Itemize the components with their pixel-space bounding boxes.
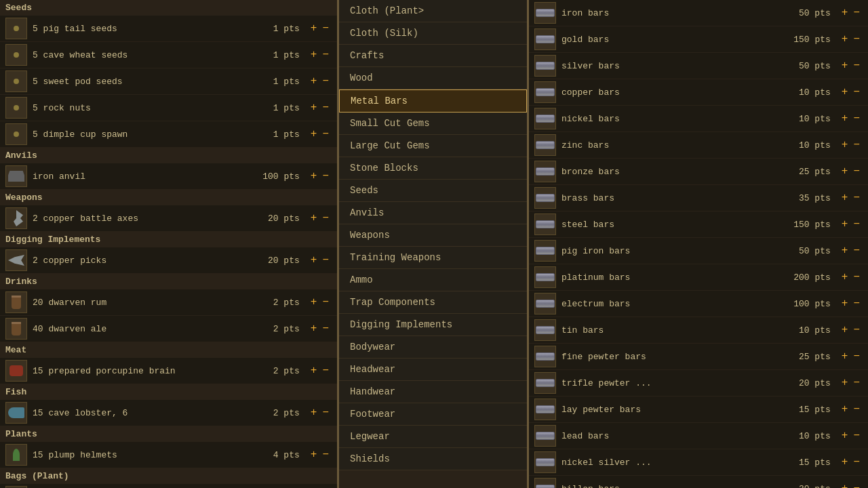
category-item[interactable]: Handwear [339, 381, 527, 403]
add-button[interactable]: + [839, 271, 851, 283]
list-item[interactable]: 5 pig tail bags20 pts+− [0, 484, 337, 488]
table-row[interactable]: iron bars50 pts+− [529, 0, 868, 26]
list-item[interactable]: iron anvil100 pts+− [0, 163, 337, 190]
add-button[interactable]: + [308, 407, 320, 419]
add-button[interactable]: + [839, 483, 851, 488]
remove-button[interactable]: − [850, 60, 863, 72]
add-button[interactable]: + [308, 49, 320, 61]
remove-button[interactable]: − [319, 254, 332, 266]
remove-button[interactable]: − [319, 407, 332, 419]
add-button[interactable]: + [308, 170, 320, 182]
category-item[interactable]: Anvils [339, 202, 527, 224]
remove-button[interactable]: − [850, 165, 863, 178]
table-row[interactable]: brass bars35 pts+− [529, 185, 868, 211]
remove-button[interactable]: − [850, 350, 863, 363]
add-button[interactable]: + [308, 212, 320, 224]
category-item[interactable]: Crafts [339, 45, 527, 67]
remove-button[interactable]: − [850, 7, 863, 19]
add-button[interactable]: + [308, 102, 320, 114]
remove-button[interactable]: − [850, 483, 863, 488]
remove-button[interactable]: − [319, 102, 332, 114]
category-item[interactable]: Headwear [339, 359, 527, 381]
add-button[interactable]: + [839, 86, 851, 98]
remove-button[interactable]: − [319, 49, 332, 61]
remove-button[interactable]: − [850, 218, 863, 230]
remove-button[interactable]: − [850, 403, 863, 415]
middle-panel[interactable]: Cloth (Plant>Cloth (Silk)CraftsWoodMetal… [339, 0, 529, 488]
add-button[interactable]: + [839, 298, 851, 310]
add-button[interactable]: + [308, 296, 320, 308]
remove-button[interactable]: − [850, 271, 863, 283]
add-button[interactable]: + [839, 33, 851, 45]
remove-button[interactable]: − [319, 22, 332, 35]
remove-button[interactable]: − [850, 298, 863, 310]
table-row[interactable]: gold bars150 pts+− [529, 26, 868, 53]
remove-button[interactable]: − [850, 430, 863, 442]
category-item[interactable]: Legwear [339, 426, 527, 448]
list-item[interactable]: 5 cave wheat seeds1 pts+− [0, 42, 337, 68]
table-row[interactable]: lay pewter bars15 pts+− [529, 396, 868, 423]
table-row[interactable]: zinc bars10 pts+− [529, 132, 868, 159]
add-button[interactable]: + [308, 128, 320, 140]
category-item[interactable]: Footwear [339, 403, 527, 426]
remove-button[interactable]: − [850, 245, 863, 257]
table-row[interactable]: billon bars30 pts+− [529, 476, 868, 488]
add-button[interactable]: + [839, 430, 851, 442]
table-row[interactable]: pig iron bars50 pts+− [529, 238, 868, 264]
table-row[interactable]: platinum bars200 pts+− [529, 264, 868, 291]
table-row[interactable]: steel bars150 pts+− [529, 211, 868, 238]
table-row[interactable]: tin bars10 pts+− [529, 317, 868, 344]
category-item[interactable]: Seeds [339, 180, 527, 202]
list-item[interactable]: 2 copper picks20 pts+− [0, 247, 337, 274]
list-item[interactable]: 15 cave lobster, 62 pts+− [0, 400, 337, 426]
add-button[interactable]: + [839, 7, 851, 19]
list-item[interactable]: 5 rock nuts1 pts+− [0, 95, 337, 121]
add-button[interactable]: + [839, 113, 851, 125]
remove-button[interactable]: − [319, 296, 332, 308]
category-item[interactable]: Ammo [339, 269, 527, 291]
table-row[interactable]: silver bars50 pts+− [529, 53, 868, 79]
add-button[interactable]: + [839, 218, 851, 230]
list-item[interactable]: 20 dwarven rum2 pts+− [0, 289, 337, 316]
add-button[interactable]: + [839, 324, 851, 336]
table-row[interactable]: trifle pewter ...20 pts+− [529, 370, 868, 396]
remove-button[interactable]: − [319, 170, 332, 182]
remove-button[interactable]: − [850, 113, 863, 125]
add-button[interactable]: + [839, 60, 851, 72]
table-row[interactable]: lead bars10 pts+− [529, 423, 868, 449]
list-item[interactable]: 5 sweet pod seeds1 pts+− [0, 68, 337, 95]
list-item[interactable]: 15 prepared porcupine brain2 pts+− [0, 358, 337, 384]
category-item[interactable]: Stone Blocks [339, 157, 527, 180]
list-item[interactable]: 2 copper battle axes20 pts+− [0, 205, 337, 232]
table-row[interactable]: copper bars10 pts+− [529, 79, 868, 106]
remove-button[interactable]: − [850, 86, 863, 98]
category-item[interactable]: Weapons [339, 224, 527, 247]
add-button[interactable]: + [308, 254, 320, 266]
remove-button[interactable]: − [850, 33, 863, 45]
add-button[interactable]: + [839, 139, 851, 151]
right-panel[interactable]: iron bars50 pts+−gold bars150 pts+−silve… [529, 0, 868, 488]
list-item[interactable]: 5 pig tail seeds1 pts+− [0, 16, 337, 42]
remove-button[interactable]: − [850, 192, 863, 204]
category-item[interactable]: Trap Components [339, 291, 527, 314]
category-item[interactable]: Cloth (Plant> [339, 0, 527, 22]
category-item[interactable]: Training Weapons [339, 247, 527, 269]
remove-button[interactable]: − [319, 75, 332, 87]
category-item[interactable]: Bodywear [339, 336, 527, 359]
category-item[interactable]: Small Cut Gems [339, 113, 527, 135]
remove-button[interactable]: − [850, 456, 863, 468]
add-button[interactable]: + [308, 75, 320, 87]
remove-button[interactable]: − [319, 128, 332, 140]
list-item[interactable]: 40 dwarven ale2 pts+− [0, 316, 337, 342]
category-item[interactable]: Cloth (Silk) [339, 22, 527, 45]
category-item[interactable]: Large Cut Gems [339, 135, 527, 157]
add-button[interactable]: + [839, 377, 851, 389]
add-button[interactable]: + [308, 365, 320, 377]
remove-button[interactable]: − [319, 449, 332, 461]
add-button[interactable]: + [308, 449, 320, 461]
category-item[interactable]: Metal Bars [339, 89, 527, 113]
table-row[interactable]: nickel silver ...15 pts+− [529, 449, 868, 476]
add-button[interactable]: + [839, 350, 851, 363]
add-button[interactable]: + [839, 456, 851, 468]
remove-button[interactable]: − [319, 212, 332, 224]
